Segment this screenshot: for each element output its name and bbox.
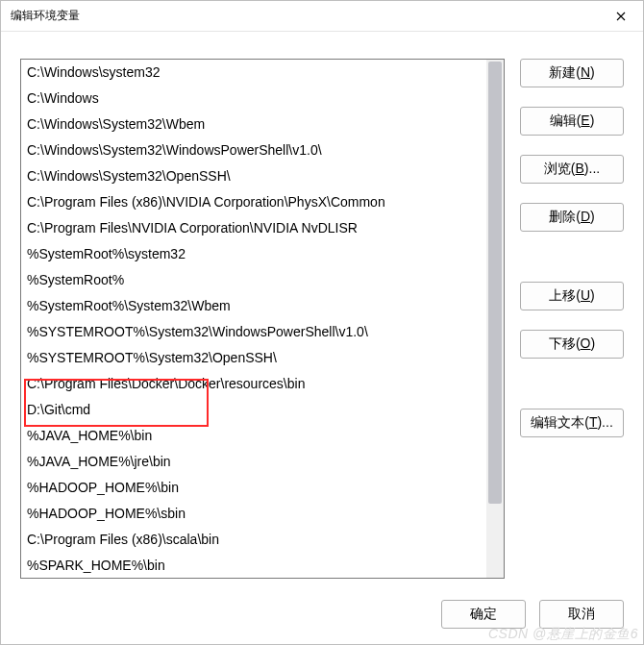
side-button-column: 新建(N) 编辑(E) 浏览(B)... 删除(D) 上移(U) 下移(O) 编… — [520, 59, 624, 579]
env-var-editor-dialog: 编辑环境变量 C:\Windows\system32C:\WindowsC:\W… — [0, 0, 644, 645]
ok-button[interactable]: 确定 — [441, 600, 526, 629]
list-item[interactable]: C:\Program Files\NVIDIA Corporation\NVID… — [21, 215, 486, 241]
list-item[interactable]: C:\Windows — [21, 86, 486, 112]
list-item[interactable]: %SystemRoot% — [21, 267, 486, 293]
list-item[interactable]: %SYSTEMROOT%\System32\WindowsPowerShell\… — [21, 319, 486, 345]
edit-text-button[interactable]: 编辑文本(T)... — [520, 409, 624, 437]
close-icon — [616, 12, 626, 21]
path-listbox[interactable]: C:\Windows\system32C:\WindowsC:\Windows\… — [20, 59, 505, 579]
edit-button[interactable]: 编辑(E) — [520, 107, 624, 136]
cancel-button[interactable]: 取消 — [539, 600, 624, 629]
list-item[interactable]: C:\Program Files\Docker\Docker\resources… — [21, 371, 486, 397]
window-title: 编辑环境变量 — [11, 8, 599, 24]
list-item[interactable]: %JAVA_HOME%\bin — [21, 423, 486, 449]
titlebar: 编辑环境变量 — [1, 1, 643, 32]
move-up-button[interactable]: 上移(U) — [520, 282, 624, 310]
move-down-button[interactable]: 下移(O) — [520, 330, 624, 359]
list-item[interactable]: C:\Program Files (x86)\scala\bin — [21, 527, 486, 553]
list-item[interactable]: %HADOOP_HOME%\bin — [21, 475, 486, 501]
list-item[interactable]: %SPARK_HOME%\bin — [21, 553, 486, 578]
list-item[interactable]: C:\Windows\System32\WindowsPowerShell\v1… — [21, 137, 486, 163]
close-button[interactable] — [599, 1, 643, 32]
dialog-content: C:\Windows\system32C:\WindowsC:\Windows\… — [1, 32, 643, 590]
dialog-footer: 确定 取消 — [1, 590, 643, 644]
path-list-wrap: C:\Windows\system32C:\WindowsC:\Windows\… — [20, 59, 505, 579]
list-item[interactable]: C:\Windows\System32\OpenSSH\ — [21, 163, 486, 189]
browse-button[interactable]: 浏览(B)... — [520, 155, 624, 184]
list-item[interactable]: %HADOOP_HOME%\sbin — [21, 501, 486, 527]
list-item[interactable]: D:\Git\cmd — [21, 397, 486, 423]
scrollbar[interactable] — [486, 60, 504, 578]
list-item[interactable]: %SystemRoot%\System32\Wbem — [21, 293, 486, 319]
new-button[interactable]: 新建(N) — [520, 59, 624, 87]
list-item[interactable]: %SYSTEMROOT%\System32\OpenSSH\ — [21, 345, 486, 371]
list-item[interactable]: %SystemRoot%\system32 — [21, 241, 486, 267]
list-item[interactable]: %JAVA_HOME%\jre\bin — [21, 449, 486, 475]
list-item[interactable]: C:\Program Files (x86)\NVIDIA Corporatio… — [21, 189, 486, 215]
delete-button[interactable]: 删除(D) — [520, 203, 624, 232]
list-item[interactable]: C:\Windows\system32 — [21, 60, 486, 86]
list-item[interactable]: C:\Windows\System32\Wbem — [21, 112, 486, 137]
scroll-thumb[interactable] — [488, 62, 502, 504]
